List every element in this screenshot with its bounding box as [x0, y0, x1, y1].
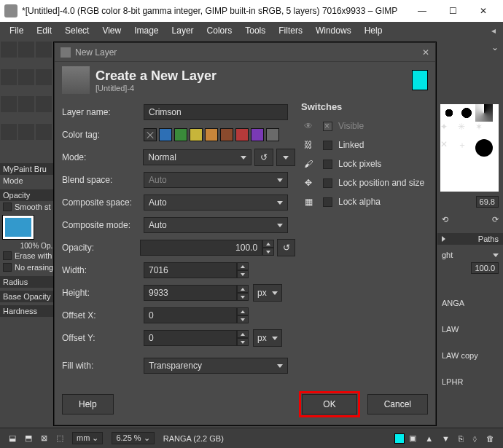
arrow-icon[interactable]: ⟲	[442, 215, 448, 224]
new-layer-icon	[62, 66, 90, 94]
layer-name-input[interactable]	[144, 104, 288, 120]
tool-button[interactable]	[18, 124, 34, 140]
maximize-button[interactable]: ☐	[437, 0, 468, 22]
switch-lock-alpha[interactable]: ▦ Lock alpha	[301, 192, 426, 211]
tool-button[interactable]	[36, 42, 52, 58]
dock-chevron-icon[interactable]: ⌄	[491, 42, 499, 55]
mode-reset-button[interactable]: ↺	[254, 149, 273, 166]
menu-help[interactable]: Help	[358, 23, 389, 38]
arrow-icon[interactable]: ⟳	[492, 215, 499, 224]
lock-position-checkbox[interactable]	[323, 178, 332, 188]
menu-file[interactable]: File	[3, 23, 30, 38]
sb-icon[interactable]: ▣	[405, 433, 421, 443]
sb-icon[interactable]: ▲	[421, 434, 437, 443]
opacity-slider[interactable]: 100.0	[140, 240, 274, 256]
tool-button[interactable]	[36, 124, 52, 140]
switch-lock-pixels[interactable]: 🖌 Lock pixels	[301, 154, 426, 173]
sb-icon[interactable]: ⬓	[4, 433, 20, 443]
menubar: File Edit Select View Image Layer Colors…	[0, 22, 503, 39]
layer-item[interactable]: LAW	[437, 323, 503, 335]
lock-pixels-checkbox[interactable]	[323, 160, 332, 169]
close-button[interactable]: ✕	[468, 0, 499, 22]
minimize-button[interactable]: —	[407, 0, 437, 22]
menu-edit[interactable]: Edit	[30, 23, 58, 38]
dialog-subheading: [Untitled]-4	[95, 84, 217, 93]
layer-item[interactable]: LPHR	[437, 376, 503, 388]
zoom-combo[interactable]: 6.25 % ⌄	[112, 432, 154, 444]
help-button[interactable]: Help	[62, 394, 114, 414]
sb-icon[interactable]: ▼	[437, 434, 454, 443]
offset-x-input[interactable]: 0	[144, 307, 249, 323]
tool-button[interactable]	[1, 96, 17, 112]
offset-unit-combo[interactable]: px	[253, 329, 282, 347]
menu-tools[interactable]: Tools	[238, 23, 272, 38]
color-tag[interactable]	[144, 128, 157, 141]
paths-tab[interactable]: Paths	[478, 235, 499, 243]
sb-icon[interactable]: 🗑	[482, 434, 499, 443]
unit-combo[interactable]: mm ⌄	[72, 432, 103, 444]
tool-button[interactable]	[36, 69, 52, 85]
width-input[interactable]: 7016	[144, 262, 249, 278]
brush-grid[interactable]: ✦✳✶ ✕＋	[440, 104, 499, 192]
layer-item[interactable]: LAW copy	[437, 350, 503, 361]
tool-button[interactable]	[18, 69, 34, 85]
menu-filters[interactable]: Filters	[272, 23, 309, 38]
zoom-value[interactable]: 69.8	[476, 196, 499, 208]
layer-name-label: Layer name:	[62, 107, 144, 117]
composite-mode-label: Composite mode:	[62, 220, 144, 230]
window-title: *[Untitled]-4.0 (RGB color 8-bit gamma i…	[22, 6, 407, 16]
composite-space-combo[interactable]: Auto	[144, 194, 288, 211]
composite-mode-combo[interactable]: Auto	[144, 217, 288, 233]
menu-colors[interactable]: Colors	[200, 23, 239, 38]
linked-checkbox[interactable]	[323, 141, 332, 150]
menu-windows[interactable]: Windows	[309, 23, 358, 38]
brush-preview[interactable]	[2, 215, 34, 240]
menu-select[interactable]: Select	[58, 23, 95, 38]
color-tag[interactable]	[220, 128, 233, 141]
menu-view[interactable]: View	[95, 23, 128, 38]
dialog-close-icon[interactable]: ✕	[422, 47, 429, 58]
sb-icon[interactable]: ⊠	[36, 433, 52, 443]
tool-button[interactable]	[18, 42, 34, 58]
layer-item[interactable]: ANGA	[437, 297, 503, 309]
fill-with-combo[interactable]: Transparency	[144, 358, 288, 374]
offset-y-input[interactable]: 0	[144, 330, 249, 346]
cancel-button[interactable]: Cancel	[367, 394, 428, 414]
ok-button[interactable]: OK	[302, 394, 356, 414]
switch-lock-position[interactable]: ✥ Lock position and size	[301, 173, 426, 192]
sb-icon[interactable]: ⬒	[20, 433, 36, 443]
color-tag[interactable]	[251, 128, 264, 141]
height-input[interactable]: 9933	[144, 285, 249, 301]
tool-button[interactable]	[1, 42, 17, 58]
tool-button[interactable]	[1, 69, 17, 85]
menu-layer[interactable]: Layer	[165, 23, 200, 38]
mode-menu-button[interactable]	[276, 149, 295, 166]
color-tag[interactable]	[174, 128, 187, 141]
tool-button[interactable]	[1, 124, 17, 140]
sb-icon[interactable]: ⎀	[468, 434, 482, 443]
checker-icon: ▦	[301, 195, 316, 208]
size-unit-combo[interactable]: px	[253, 284, 282, 302]
sb-icon[interactable]: ⬚	[52, 433, 68, 443]
switch-linked[interactable]: ⛓ Linked	[301, 135, 426, 154]
color-swatch[interactable]	[412, 70, 428, 90]
fill-with-label: Fill with:	[62, 361, 144, 371]
tool-button[interactable]	[36, 96, 52, 112]
menu-image[interactable]: Image	[128, 23, 165, 38]
lock-alpha-checkbox[interactable]	[323, 197, 332, 207]
menubar-overflow-icon[interactable]: ◂	[485, 23, 500, 38]
opacity-reset-button[interactable]: ↺	[277, 239, 295, 256]
color-tag[interactable]	[159, 128, 172, 141]
tool-button[interactable]	[18, 96, 34, 112]
blend-space-combo: Auto	[144, 172, 288, 188]
dialog-titlebar[interactable]: New Layer ✕	[55, 43, 435, 62]
sb-icon[interactable]: ⎘	[454, 434, 468, 443]
color-tag[interactable]	[266, 128, 279, 141]
nav-swatch[interactable]	[394, 433, 405, 444]
color-tag[interactable]	[235, 128, 249, 141]
eye-icon: 👁	[301, 119, 316, 133]
opacity-value[interactable]: 100.0	[471, 262, 499, 274]
mode-combo[interactable]: Normal	[143, 149, 252, 165]
color-tag[interactable]	[205, 128, 218, 141]
color-tag[interactable]	[190, 128, 203, 141]
